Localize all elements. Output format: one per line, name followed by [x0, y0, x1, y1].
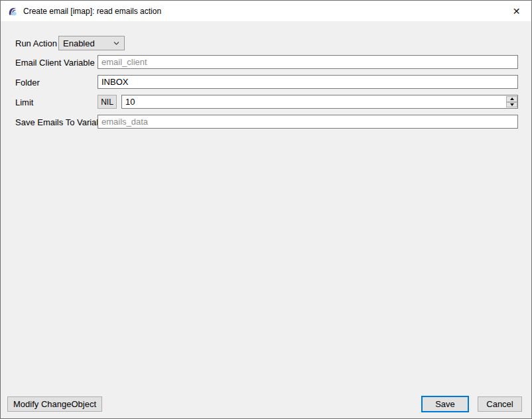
close-button[interactable]: ✕ [501, 1, 531, 21]
cancel-button[interactable]: Cancel [478, 396, 522, 412]
spin-down-icon [510, 103, 514, 106]
save-emails-input[interactable] [98, 115, 518, 129]
close-icon: ✕ [513, 6, 521, 17]
spin-down-button[interactable] [506, 102, 517, 108]
run-action-label: Run Action [15, 36, 57, 50]
chevron-down-icon [113, 41, 119, 46]
limit-label: Limit [15, 95, 33, 109]
run-action-select[interactable]: Enabled [58, 36, 125, 50]
dialog-window: Create email [imap]: read emails action … [0, 0, 532, 419]
email-client-input[interactable] [98, 55, 518, 69]
folder-label: Folder [15, 76, 40, 90]
save-emails-label: Save Emails To Variable [15, 115, 108, 129]
folder-input[interactable] [98, 75, 518, 89]
window-title: Create email [imap]: read emails action [23, 7, 161, 16]
spin-up-icon [510, 97, 514, 100]
run-action-value: Enabled [63, 38, 95, 48]
spin-up-button[interactable] [506, 96, 517, 102]
limit-spinner [506, 96, 517, 107]
email-client-label: Email Client Variable [15, 56, 95, 70]
limit-nil-button[interactable]: NIL [98, 95, 117, 109]
app-logo-icon [7, 6, 18, 17]
modify-changeobject-button[interactable]: Modify ChangeObject [7, 396, 102, 412]
limit-input[interactable] [121, 95, 518, 109]
save-button[interactable]: Save [421, 396, 469, 412]
title-bar: Create email [imap]: read emails action … [1, 1, 531, 21]
